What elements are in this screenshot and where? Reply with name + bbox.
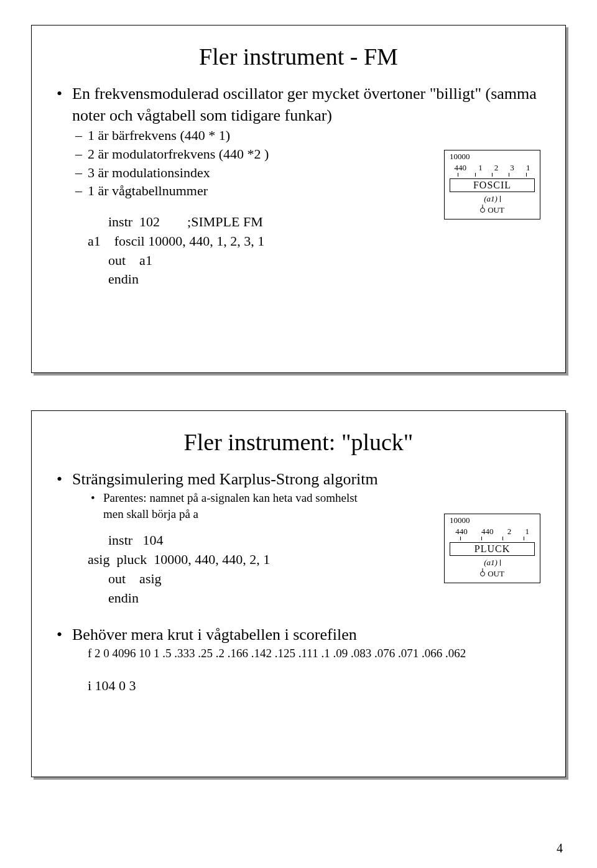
diag1-out-row: OUT <box>445 205 540 215</box>
diag1-label-3: 3 <box>510 163 514 173</box>
diag1-box: FOSCIL <box>450 178 535 192</box>
diag1-label-0: 440 <box>455 163 467 173</box>
out-circle-icon <box>480 208 485 213</box>
diag1-sig: (a1) <box>484 194 497 204</box>
slide2-bullet-1: Strängsimulering med Karplus-Strong algo… <box>57 468 540 490</box>
diag2-label-1: 440 <box>481 527 494 537</box>
slide2-f-line: f 2 0 4096 10 1 .5 .333 .25 .2 .166 .142… <box>57 645 540 662</box>
slide1-title: Fler instrument - FM <box>57 43 540 70</box>
diag2-box: PLUCK <box>450 542 535 556</box>
diag1-label-1: 1 <box>478 163 483 173</box>
slide2-i-line: i 104 0 3 <box>57 676 540 695</box>
diag2-label-0: 440 <box>455 527 468 537</box>
diag1-sig-row: (a1) <box>445 194 540 204</box>
slide2-bullet-2: Behöver mera krut i vågtabellen i scoref… <box>57 624 540 645</box>
diag2-sig-row: (a1) <box>445 558 540 568</box>
slide2-title: Fler instrument: "pluck" <box>57 428 540 456</box>
slide-fm: Fler instrument - FM En frekvensmodulera… <box>31 25 566 373</box>
diag2-label-2: 2 <box>507 527 512 537</box>
slide1-code: instr 102 ;SIMPLE FM a1 foscil 10000, 44… <box>88 213 540 289</box>
diag2-out-row: OUT <box>445 569 540 579</box>
diag1-out: OUT <box>488 205 504 215</box>
page-number: 4 <box>557 841 563 856</box>
pluck-diagram: 10000 440 440 2 1 PLUCK (a1) OUT <box>444 514 540 583</box>
diag2-sig: (a1) <box>484 558 497 568</box>
slide2-sub-1: Parentes: namnet på a-signalen kan heta … <box>57 490 380 522</box>
out-circle-icon <box>480 571 485 576</box>
slide-pluck: Fler instrument: "pluck" Strängsimulerin… <box>31 410 566 777</box>
diag2-out: OUT <box>488 569 504 579</box>
diag1-label-4: 1 <box>526 163 530 173</box>
diag1-label-2: 2 <box>494 163 499 173</box>
slide1-sub-1: 1 är bärfrekvens (440 * 1) <box>57 126 540 145</box>
diag1-top-labels: 440 1 2 3 1 <box>445 162 540 173</box>
foscil-diagram: 10000 440 1 2 3 1 FOSCIL (a1) OUT <box>444 150 540 219</box>
slide1-bullet-1: En frekvensmodulerad oscillator ger myck… <box>57 83 540 126</box>
page-container: Fler instrument - FM En frekvensmodulera… <box>0 0 597 868</box>
diag1-amp: 10000 <box>445 150 540 162</box>
diag1-ticks <box>445 173 540 177</box>
diag2-amp: 10000 <box>445 514 540 525</box>
diag2-label-3: 1 <box>525 527 529 537</box>
diag2-ticks <box>445 537 540 540</box>
diag2-top-labels: 440 440 2 1 <box>445 525 540 537</box>
